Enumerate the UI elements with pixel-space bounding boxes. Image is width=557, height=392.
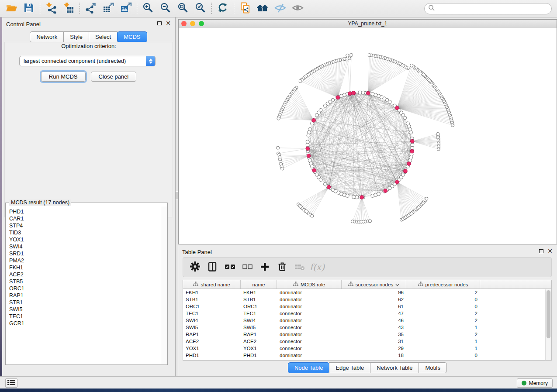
mcds-node-item[interactable]: SRD1 (9, 250, 161, 257)
zoom-selected-button[interactable] (192, 1, 209, 16)
cell-name: SWI4 (241, 317, 277, 324)
cell-name: FKH1 (241, 289, 277, 296)
memory-button[interactable]: Memory (517, 378, 553, 388)
table-row[interactable]: PHD1PHD1dominator180 (183, 352, 551, 359)
table-row[interactable]: TEC1TEC1connector472 (183, 310, 551, 317)
mcds-node-item[interactable]: STP4 (9, 222, 161, 229)
zoom-in-button[interactable] (139, 1, 157, 16)
delete-table-button (292, 259, 307, 275)
save-session-button[interactable] (20, 1, 38, 16)
close-panel-button[interactable]: Close panel (91, 72, 137, 82)
first-neighbors-button[interactable] (254, 1, 271, 16)
table-row[interactable]: STB1STB1dominator620 (183, 296, 551, 303)
open-file-button[interactable] (3, 1, 20, 16)
cell-shared-name: YOX1 (183, 345, 241, 352)
mcds-node-item[interactable]: PMA2 (9, 257, 161, 264)
mcds-node-item[interactable]: SWI5 (9, 306, 161, 313)
close-panel-icon[interactable]: ✕ (166, 21, 171, 25)
import-table-button[interactable] (60, 1, 77, 16)
cell-predecessor-nodes: 1 (406, 338, 480, 345)
run-mcds-button[interactable]: Run MCDS (41, 72, 86, 82)
checked-boxes-icon (225, 264, 235, 271)
tab-network[interactable]: Network (30, 31, 64, 42)
mcds-node-item[interactable]: STB1 (9, 299, 161, 306)
hide-selected-button[interactable] (271, 1, 289, 16)
mcds-node-item[interactable]: TEC1 (9, 313, 161, 320)
deselect-all-rows-button[interactable] (240, 259, 255, 275)
cell-shared-name: FKH1 (183, 289, 241, 296)
show-all-button[interactable] (289, 1, 306, 16)
table-row[interactable]: FKH1FKH1dominator962 (183, 289, 551, 296)
mcds-node-item[interactable]: SWI4 (9, 243, 161, 250)
tab-select[interactable]: Select (89, 31, 118, 42)
table-row[interactable]: SWI5SWI5connector431 (183, 324, 551, 331)
mcds-node-item[interactable]: TID3 (9, 229, 161, 236)
column-header-MCDS-role[interactable]: MCDS role (277, 280, 342, 289)
network-window-titlebar[interactable]: YPA_prune.txt_1 (179, 20, 557, 28)
column-header-name[interactable]: name (241, 280, 277, 289)
mcds-list-scrollbar[interactable] (161, 206, 167, 364)
float-panel-icon[interactable] (157, 21, 162, 25)
column-header-successor-nodes[interactable]: successor nodes (342, 280, 406, 289)
table-options-button[interactable] (187, 259, 202, 275)
select-all-rows-button[interactable] (222, 259, 237, 275)
mcds-node-item[interactable]: YOX1 (9, 236, 161, 243)
table-row[interactable]: ORC1ORC1dominator610 (183, 303, 551, 310)
float-panel-icon[interactable] (539, 249, 543, 253)
show-columns-button[interactable] (205, 259, 220, 275)
tab-motifs[interactable]: Motifs (419, 362, 447, 373)
zoom-out-button[interactable] (157, 1, 174, 16)
column-header-shared-name[interactable]: shared name (183, 280, 241, 289)
control-panel-title: Control Panel (6, 21, 41, 28)
refresh-layout-button[interactable] (214, 1, 232, 16)
cell-successor-nodes: 61 (342, 303, 406, 310)
mcds-node-item[interactable]: STB5 (9, 278, 161, 285)
delete-column-button[interactable] (275, 259, 290, 275)
cell-predecessor-nodes: 0 (406, 296, 480, 303)
tab-style[interactable]: Style (63, 31, 89, 42)
mcds-node-item[interactable]: FKH1 (9, 264, 161, 271)
table-row[interactable]: YOX1YOX1connector291 (183, 345, 551, 352)
duplicate-network-button[interactable] (236, 1, 254, 16)
add-column-button[interactable] (257, 259, 272, 275)
export-image-button[interactable] (117, 1, 135, 16)
tab-edge-table[interactable]: Edge Table (329, 362, 370, 373)
memory-button-label: Memory (529, 380, 548, 386)
cell-mcds-role: dominator (277, 317, 342, 324)
splitter-grip[interactable] (176, 191, 178, 200)
import-network-button[interactable] (42, 1, 60, 16)
table-scrollbar-thumb[interactable] (547, 290, 550, 338)
mcds-node-item[interactable]: PHD1 (9, 208, 161, 215)
mcds-result-list[interactable]: PHD1CAR1STP4TID3YOX1SWI4SRD1PMA2FKH1ACE2… (6, 206, 161, 364)
tab-mcds[interactable]: MCDS (117, 31, 147, 42)
export-table-button[interactable] (100, 1, 117, 16)
cell-name: TEC1 (241, 310, 277, 317)
criterion-select[interactable]: largest connected component (undirected) (19, 56, 156, 66)
network-view-window: YPA_prune.txt_1 (178, 19, 557, 244)
table-row[interactable]: ACE2ACE2connector311 (183, 338, 551, 345)
mcds-node-item[interactable]: CAR1 (9, 215, 161, 222)
cell-mcds-role: connector (277, 324, 342, 331)
table-scrollbar[interactable] (545, 289, 551, 360)
export-network-button[interactable] (82, 1, 100, 16)
mcds-node-item[interactable]: GCR1 (9, 320, 161, 327)
column-header-predecessor-nodes[interactable]: predecessor nodes (406, 280, 480, 289)
vertical-splitter[interactable] (175, 17, 178, 376)
table-row[interactable]: SWI4SWI4dominator462 (183, 317, 551, 324)
mcds-result-title: MCDS result (17 nodes) (9, 199, 71, 206)
table-panel: Table Panel ✕ f(x) shared namenameMCD (178, 245, 557, 376)
search-input[interactable] (435, 5, 548, 12)
tab-node-table[interactable]: Node Table (288, 362, 330, 373)
cell-name: YOX1 (241, 345, 277, 352)
network-canvas[interactable] (179, 28, 557, 244)
duplicate-document-icon (239, 2, 251, 15)
toolbar-separator (234, 3, 234, 15)
mcds-node-item[interactable]: ACE2 (9, 271, 161, 278)
mcds-node-item[interactable]: ORC1 (9, 285, 161, 292)
task-history-button[interactable] (5, 378, 17, 388)
tab-network-table[interactable]: Network Table (370, 362, 419, 373)
table-row[interactable]: RAP1RAP1dominator352 (183, 331, 551, 338)
mcds-node-item[interactable]: RAP1 (9, 292, 161, 299)
close-panel-icon[interactable]: ✕ (547, 249, 553, 253)
zoom-fit-button[interactable] (174, 1, 192, 16)
